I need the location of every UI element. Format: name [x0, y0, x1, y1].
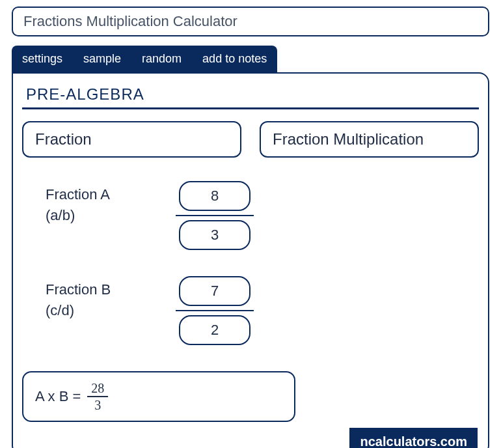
fraction-a-label: Fraction A (a/b): [46, 181, 156, 224]
fraction-b-inputs: 7 2: [176, 276, 254, 345]
result-denominator: 3: [90, 397, 105, 413]
result-fraction: 28 3: [87, 380, 108, 413]
page-title: Fractions Multiplication Calculator: [12, 7, 489, 36]
fraction-a-row: Fraction A (a/b) 8 3: [46, 181, 479, 250]
fraction-a-sub: (a/b): [46, 207, 156, 224]
fraction-b-line: [176, 310, 254, 311]
fraction-b-label-text: Fraction B: [46, 281, 156, 298]
breadcrumb-chips: Fraction Fraction Multiplication: [22, 121, 479, 158]
fraction-b-denominator[interactable]: 2: [179, 315, 251, 345]
result-numerator: 28: [87, 380, 108, 396]
fraction-a-denominator[interactable]: 3: [179, 220, 251, 250]
brand-badge[interactable]: ncalculators.com: [349, 428, 478, 448]
fraction-b-sub: (c/d): [46, 302, 156, 319]
fraction-a-line: [176, 215, 254, 216]
chip-fraction-multiplication[interactable]: Fraction Multiplication: [260, 121, 479, 158]
result-box: A x B = 28 3: [22, 371, 295, 422]
fraction-a-numerator[interactable]: 8: [179, 181, 251, 211]
tab-random[interactable]: random: [131, 46, 192, 72]
calculator-panel: PRE-ALGEBRA Fraction Fraction Multiplica…: [12, 72, 489, 448]
fraction-b-row: Fraction B (c/d) 7 2: [46, 276, 479, 345]
tab-add-to-notes[interactable]: add to notes: [192, 46, 277, 72]
chip-fraction[interactable]: Fraction: [22, 121, 241, 158]
result-prefix: A x B =: [35, 388, 81, 405]
fraction-a-inputs: 8 3: [176, 181, 254, 250]
fraction-a-label-text: Fraction A: [46, 186, 156, 203]
fraction-b-label: Fraction B (c/d): [46, 276, 156, 319]
tab-settings[interactable]: settings: [12, 46, 73, 72]
tabs-bar: settings sample random add to notes: [12, 46, 489, 72]
fraction-b-numerator[interactable]: 7: [179, 276, 251, 306]
section-title: PRE-ALGEBRA: [22, 85, 479, 109]
tab-sample[interactable]: sample: [73, 46, 131, 72]
